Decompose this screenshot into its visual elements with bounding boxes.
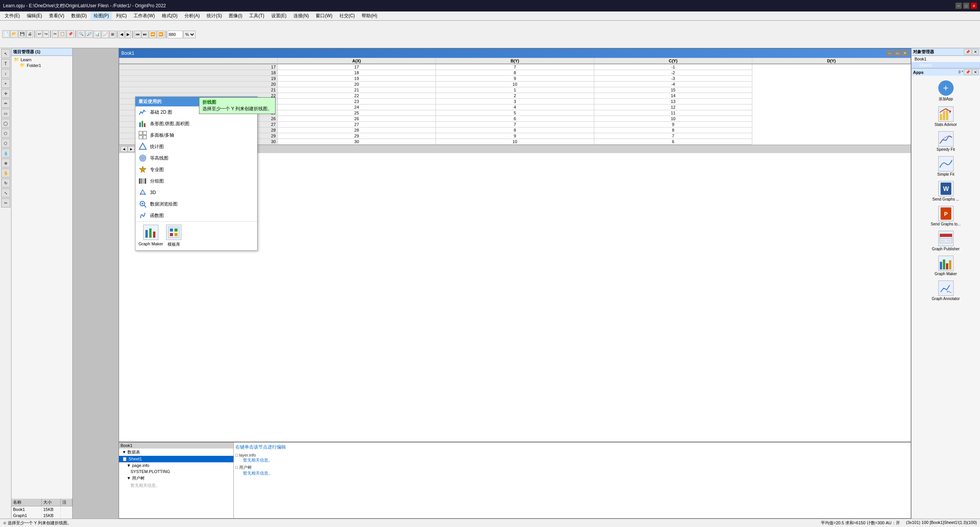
app-graph-publisher[interactable]: Graph Publisher [913,229,978,253]
col-header-dy[interactable]: D(Y) [752,58,911,64]
menu-stats[interactable]: 统计(S) [204,12,225,20]
col-header-by[interactable]: B(Y) [436,58,594,64]
nav-prev-button[interactable]: ◀ [119,31,125,38]
data-cell[interactable]: -4 [594,82,752,87]
obj-pin-button[interactable]: 📌 [964,49,972,55]
data-cell[interactable]: 4 [436,104,594,110]
data-cell[interactable]: 7 [594,133,752,139]
menu-format[interactable]: 格式(O) [159,12,181,20]
picker-icon[interactable]: 💧 [1,148,10,158]
data-cell[interactable]: 23 [277,99,436,104]
data-cell[interactable]: 25 [277,110,436,116]
data-cell[interactable]: 12 [594,104,752,110]
minimize-button[interactable]: ─ [956,3,962,9]
toolbar-btn-b[interactable]: ⏭ [142,31,148,38]
data-cell[interactable]: 10 [436,139,594,145]
menu-settings[interactable]: 设置(E) [268,12,290,20]
data-cell[interactable]: 1 [436,87,594,93]
data-cell[interactable]: 30 [277,139,436,145]
file-row-book1[interactable]: Book1 15KB [11,506,72,512]
maximize-button[interactable]: □ [963,3,969,9]
menu-graph[interactable]: 绘图(P) [91,12,112,20]
nav-next-button[interactable]: ▶ [125,31,131,38]
data-cell[interactable]: 9 [594,122,752,127]
file-row-graph1[interactable]: Graph1 15KB [11,512,72,519]
graph-button[interactable]: 📊 [93,31,101,38]
draw-icon[interactable]: ✏ [1,99,10,108]
app-simple-fit[interactable]: Simple Fit [913,155,978,178]
data-cell[interactable]: 11 [594,110,752,116]
menu-image[interactable]: 图像(I) [226,12,245,20]
region-icon[interactable]: ⬡ [1,139,10,148]
book1-close-button[interactable]: ✕ [902,50,908,56]
data-cell[interactable]: 2 [436,93,594,99]
book1-minimize-button[interactable]: ─ [886,50,893,56]
data-cell[interactable]: 6 [436,116,594,122]
data-cell[interactable]: 7 [436,122,594,127]
redo-button[interactable]: ↪ [43,30,49,38]
app-send-graphs-word[interactable]: W Send Graphs ... [913,179,978,203]
data-cell[interactable]: -3 [594,76,752,82]
toolbar-btn-c[interactable]: ⏪ [149,31,157,38]
menu-column[interactable]: 列(C) [113,12,130,20]
data-cell[interactable]: 27 [277,122,436,127]
app-send-graphs-ppt[interactable]: P Send Graphs to... [913,204,978,228]
obj-book1[interactable]: Book1 [912,56,980,62]
value-input[interactable] [168,31,183,38]
menu-analysis[interactable]: 分析(A) [181,12,203,20]
data-cell[interactable]: 21 [277,87,436,93]
data-cell[interactable]: 8 [594,127,752,133]
data-cell[interactable]: 7 [436,64,594,70]
apps-close-button[interactable]: ✕ [972,69,978,75]
data-cell[interactable]: 26 [277,116,436,122]
menu-data-browser[interactable]: 数据浏览绘图 [135,198,257,210]
pan-icon[interactable]: ✋ [1,168,10,178]
data-cell[interactable]: 29 [277,133,436,139]
menu-bar-pie[interactable]: 条形图,饼图,面积图 [135,118,257,129]
menu-edit[interactable]: 编辑(E) [24,12,45,20]
props-page-info[interactable]: ▼ page.info [119,462,233,468]
arrow-icon[interactable]: ↕ [1,69,10,78]
template-library-button[interactable]: 模板库 [166,225,181,247]
apps-pin-button[interactable]: 📌 [964,69,972,75]
data-cell[interactable]: 10 [594,116,752,122]
props-data-table[interactable]: ▼ 数据表 [119,449,233,456]
scale-icon[interactable]: ⤡ [1,188,10,197]
data-cell[interactable]: 5 [436,110,594,116]
data-cell[interactable]: 19 [277,76,436,82]
menu-tools[interactable]: 工具(T) [246,12,267,20]
data-cell[interactable]: 3 [436,99,594,104]
menu-connect[interactable]: 连接(N) [290,12,312,20]
menu-help[interactable]: 帮助(H) [359,12,380,20]
copy-button[interactable]: 📋 [59,30,66,38]
table-button[interactable]: ⊞ [109,31,116,38]
graph-maker-button[interactable]: Graph Maker [139,225,163,247]
print-button[interactable]: 🖨 [26,30,33,38]
menu-3d[interactable]: 3D [135,187,257,198]
save-button[interactable]: 💾 [18,30,26,38]
menu-view[interactable]: 查看(V) [46,12,67,20]
menu-file[interactable]: 文件(E) [2,12,23,20]
data-cell[interactable]: 28 [277,127,436,133]
units-select[interactable]: % [183,31,196,38]
tree-item-learn[interactable]: 📁 Learn [12,57,72,62]
undo-button[interactable]: ↩ [36,30,42,38]
crop-icon[interactable]: ✂ [1,198,10,207]
data-cell[interactable]: 9 [436,133,594,139]
menu-stats-chart[interactable]: 统计图 [135,141,257,152]
props-user-tree[interactable]: ▼ 用户树 [119,475,233,482]
data-cell[interactable]: 13 [594,99,752,104]
stats-button[interactable]: 📈 [101,31,109,38]
tree-item-folder1[interactable]: 📁 Folder1 [12,62,72,68]
menu-contour[interactable]: 等高线图 [135,152,257,164]
cut-button[interactable]: ✂ [52,30,58,38]
data-cell[interactable]: 10 [436,82,594,87]
scroll-left-button[interactable]: ◄ [121,146,127,152]
col-header-ax[interactable]: A(X) [277,58,436,64]
book1-restore-button[interactable]: ▭ [894,50,901,56]
data-cell[interactable]: 6 [594,139,752,145]
rect-icon[interactable]: ▭ [1,109,10,118]
data-cell[interactable]: 15 [594,87,752,93]
col-header-cy[interactable]: C(Y) [594,58,752,64]
data-cell[interactable]: 20 [277,82,436,87]
